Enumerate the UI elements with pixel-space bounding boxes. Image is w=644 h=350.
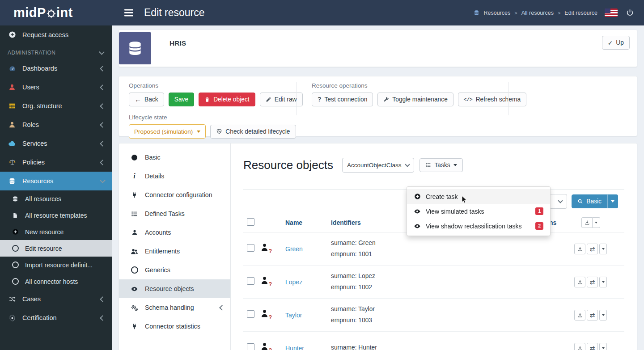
menu-item-view-shadow-reclassification-tasks[interactable]: View shadow reclassification tasks 2 [407,219,550,233]
column-header-name[interactable]: Name [285,219,302,226]
sidebar-item-request-access[interactable]: Request access [0,25,112,44]
shadow-unknown-icon: ? [260,309,270,320]
breadcrumb-separator: > [514,10,517,16]
sidebar-item-cases[interactable]: Cases [0,290,112,308]
tab-generics[interactable]: Generics [119,261,230,279]
sidebar-subitem-import-resource-definition[interactable]: Import resource definit... [0,257,112,273]
sidebar-item-org-structure[interactable]: Org. structure [0,97,112,115]
object-name-link[interactable]: Hunter [285,345,304,350]
tab-details[interactable]: i Details [119,167,230,186]
breadcrumb-resources[interactable]: Resources [483,10,510,16]
sidebar-item-label: Request access [22,31,68,38]
test-connection-button[interactable]: ? Test connection [312,93,373,106]
download-icon[interactable] [574,343,585,350]
object-name-link[interactable]: Green [285,245,303,253]
sidebar-item-dashboards[interactable]: Dashboards [0,59,112,78]
save-button[interactable]: Save [169,93,194,106]
swap-icon[interactable]: ⇄ [587,310,598,320]
tab-resource-objects[interactable]: Resource objects [119,279,230,298]
delete-object-button[interactable]: Delete object [199,93,255,106]
tab-entitlements[interactable]: Entitlements [119,242,230,261]
lifecycle-state-select[interactable]: Proposed (simulation) [129,124,206,139]
row-menu-caret-button[interactable] [599,343,607,350]
resource-status-up-button[interactable]: ✓ Up [602,36,630,50]
resource-operations-label: Resource operations [312,82,508,89]
tab-schema-handling[interactable]: Schema handling [119,298,230,317]
search-mode-split-button: Basic [572,194,618,208]
org-grid-icon [8,102,17,110]
row-checkbox[interactable] [247,343,254,350]
panel-title: Resource objects [243,158,333,172]
language-flag-us[interactable] [605,8,618,17]
row-checkbox[interactable] [247,310,254,318]
row-menu-caret-button[interactable] [599,244,607,254]
swap-icon[interactable]: ⇄ [587,244,598,254]
sidebar-subitem-all-resource-templates[interactable]: All resource templates [0,207,112,223]
table-row: ? Taylor surname: Taylorempnum: 1003 ⇄ [243,299,624,332]
object-class-select[interactable]: AccountObjectClass [342,158,415,173]
menu-item-view-simulated-tasks[interactable]: View simulated tasks 1 [407,204,550,219]
back-button[interactable]: ← Back [129,93,164,106]
tasks-dropdown-button[interactable]: Tasks [419,158,462,172]
column-header-identifiers[interactable]: Identifiers [331,219,361,226]
row-checkbox[interactable] [247,244,254,252]
object-name-link[interactable]: Taylor [285,312,302,319]
tab-accounts[interactable]: Accounts [119,223,230,242]
tab-connector-statistics[interactable]: Connector statistics [119,317,230,336]
download-icon[interactable] [574,310,585,320]
breadcrumb-separator: > [558,10,560,16]
tab-basic[interactable]: Basic [119,148,230,167]
row-menu-caret-button[interactable] [599,310,607,320]
sidebar-item-resources[interactable]: Resources [0,172,112,190]
tab-defined-tasks[interactable]: Defined Tasks [119,204,230,223]
eye-icon [414,223,421,230]
sidebar-subitem-all-resources[interactable]: All resources [0,190,112,207]
refresh-schema-button[interactable]: </> Refresh schema [458,93,526,106]
shuffle-icon [8,295,17,303]
row-menu-caret-button[interactable] [599,277,607,287]
divider [508,82,508,115]
toggle-maintenance-button[interactable]: Toggle maintenance [377,93,453,106]
sidebar-item-users[interactable]: Users [0,78,112,97]
caret-down-icon [602,314,605,316]
export-caret-button[interactable] [593,217,600,228]
tab-connector-configuration[interactable]: Connector configuration [119,186,230,204]
gears-icon [130,304,139,312]
back-arrow-icon: ← [135,96,141,103]
basic-search-button[interactable]: Basic [572,194,607,208]
download-icon[interactable] [574,277,585,287]
search-mode-caret-button[interactable] [607,194,618,208]
plug-icon [130,192,139,198]
menu-item-create-task[interactable]: Create task [407,189,550,204]
object-name-link[interactable]: Lopez [285,278,302,286]
sidebar-section-administration[interactable]: ADMINISTRATION [0,44,112,59]
sidebar-subitem-new-resource[interactable]: New resource [0,223,112,240]
breadcrumb-grid-icon [474,10,479,16]
export-split-button [581,217,600,228]
swap-icon[interactable]: ⇄ [587,277,598,287]
heart-pulse-icon [216,128,222,135]
brand-logo[interactable]: midP int [0,0,112,25]
download-icon[interactable] [574,244,585,254]
sidebar-subitem-all-connector-hosts[interactable]: All connector hosts [0,273,112,290]
operations-card: Operations ← Back Save Delete object [119,76,637,136]
object-identifiers: surname: Hunter [331,342,549,350]
sidebar-item-services[interactable]: Services [0,134,112,153]
hamburger-menu-button[interactable] [120,8,138,18]
swap-icon[interactable]: ⇄ [587,343,598,350]
row-checkbox[interactable] [247,277,254,285]
select-all-checkbox[interactable] [247,218,254,226]
breadcrumb-all-resources[interactable]: All resources [521,10,554,16]
breadcrumb-edit-resource[interactable]: Edit resource [564,10,597,16]
sidebar-item-policies[interactable]: Policies [0,153,112,172]
sidebar-subitem-edit-resource[interactable]: Edit resource [0,240,112,257]
logout-power-button[interactable] [625,8,635,18]
main-content: HRIS ✓ Up Operations ← Back Save [112,25,644,350]
chevron-down-icon [558,198,563,203]
resource-tabs: Basic i Details Connector configuration … [119,143,231,350]
sidebar-item-roles[interactable]: Roles [0,115,112,134]
chevron-left-icon [100,141,106,147]
sidebar-item-certification[interactable]: Certification [0,308,112,327]
check-detailed-lifecycle-button[interactable]: Check detailed lifecycle [210,125,296,139]
download-icon[interactable] [581,217,593,228]
